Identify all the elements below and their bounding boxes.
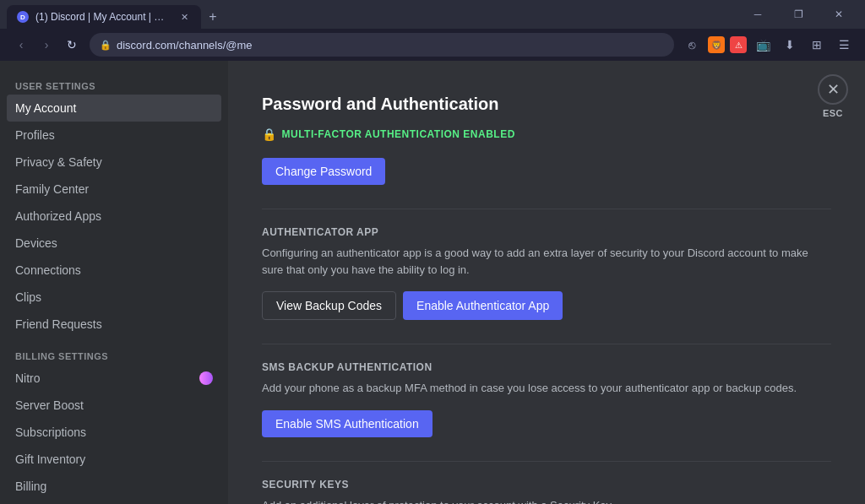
lock-icon: 🔒 xyxy=(100,40,112,51)
enable-sms-auth-button[interactable]: Enable SMS Authentication xyxy=(262,410,432,437)
sidebar-item-label: Devices xyxy=(15,236,57,250)
mfa-lock-icon: 🔒 xyxy=(262,127,277,141)
share-button[interactable]: ⎋ xyxy=(681,34,703,56)
cast-button[interactable]: 📺 xyxy=(752,34,774,56)
authenticator-app-description: Configuring an authenticator app is a go… xyxy=(262,245,831,278)
security-keys-description: Add an additional layer of protection to… xyxy=(262,497,831,505)
tab-favicon: D xyxy=(17,11,29,23)
app-layout: USER SETTINGS My Account Profiles Privac… xyxy=(0,61,865,504)
sms-backup-label: SMS BACKUP AUTHENTICATION xyxy=(262,361,831,373)
close-settings-button[interactable]: ✕ ESC xyxy=(818,74,848,118)
tab-title: (1) Discord | My Account | User S... xyxy=(35,11,171,23)
sidebar-item-server-boost[interactable]: Server Boost xyxy=(7,392,221,419)
close-circle-icon: ✕ xyxy=(818,74,848,105)
sidebar-item-devices[interactable]: Devices xyxy=(7,230,221,257)
browser-actions: ⎋ 🦁 ⚠ 📺 ⬇ ⊞ ☰ xyxy=(681,34,855,56)
security-keys-section: SECURITY KEYS Add an additional layer of… xyxy=(262,461,831,505)
sidebar-item-label: Connections xyxy=(15,263,81,277)
sidebar-item-label: Profiles xyxy=(15,128,55,142)
enable-authenticator-app-button[interactable]: Enable Authenticator App xyxy=(403,291,563,320)
browser-toolbar: ‹ › ↻ 🔒 discord.com/channels/@me ⎋ 🦁 ⚠ 📺… xyxy=(0,29,865,61)
close-label: ESC xyxy=(823,108,843,118)
sidebar-item-label: Clips xyxy=(15,290,41,304)
sidebar-item-authorized-apps[interactable]: Authorized Apps xyxy=(7,203,221,230)
nav-buttons: ‹ › ↻ xyxy=(10,34,83,56)
sms-backup-description: Add your phone as a backup MFA method in… xyxy=(262,380,831,397)
security-keys-label: SECURITY KEYS xyxy=(262,479,831,490)
sidebar-item-label: Gift Inventory xyxy=(15,453,85,466)
view-backup-codes-button[interactable]: View Backup Codes xyxy=(262,291,396,320)
download-button[interactable]: ⬇ xyxy=(779,34,801,56)
sidebar-item-my-account[interactable]: My Account xyxy=(7,95,221,122)
mfa-status-badge: 🔒 MULTI-FACTOR AUTHENTICATION ENABLED xyxy=(262,127,831,141)
nitro-badge xyxy=(199,371,213,385)
sidebar-item-label: Family Center xyxy=(15,182,89,196)
maximize-button[interactable]: ❐ xyxy=(779,0,818,29)
sidebar-item-label: Billing xyxy=(15,480,46,493)
sidebar-item-clips[interactable]: Clips xyxy=(7,284,221,311)
sms-backup-buttons: Enable SMS Authentication xyxy=(262,410,831,437)
alert-extension[interactable]: ⚠ xyxy=(730,36,747,53)
tab-close-button[interactable]: ✕ xyxy=(177,10,191,24)
mfa-status-text: MULTI-FACTOR AUTHENTICATION ENABLED xyxy=(282,128,515,140)
sidebar-item-label: Subscriptions xyxy=(15,425,86,439)
window-controls: ─ ❐ ✕ xyxy=(738,0,858,29)
url-text: discord.com/channels/@me xyxy=(117,39,253,51)
close-button[interactable]: ✕ xyxy=(819,0,858,29)
sidebar-item-label: My Account xyxy=(15,101,76,115)
brave-extension[interactable]: 🦁 xyxy=(708,36,725,53)
minimize-button[interactable]: ─ xyxy=(738,0,777,29)
browser-tabs: D (1) Discord | My Account | User S... ✕… xyxy=(0,0,865,29)
sms-backup-section: SMS BACKUP AUTHENTICATION Add your phone… xyxy=(262,344,831,437)
user-settings-section: USER SETTINGS My Account Profiles Privac… xyxy=(7,74,221,338)
active-tab[interactable]: D (1) Discord | My Account | User S... ✕ xyxy=(7,5,201,29)
sidebar-item-gift-inventory[interactable]: Gift Inventory xyxy=(7,446,221,473)
menu-button[interactable]: ☰ xyxy=(833,34,855,56)
page-title: Password and Authentication xyxy=(262,95,831,114)
reload-button[interactable]: ↻ xyxy=(61,34,83,56)
address-bar[interactable]: 🔒 discord.com/channels/@me xyxy=(90,33,674,57)
forward-button[interactable]: › xyxy=(35,34,57,56)
sidebar-item-label: Nitro xyxy=(15,371,41,385)
billing-settings-section: BILLING SETTINGS Nitro Server Boost Subs… xyxy=(7,344,221,500)
sidebar-item-connections[interactable]: Connections xyxy=(7,257,221,284)
sidebar: USER SETTINGS My Account Profiles Privac… xyxy=(0,61,228,504)
browser-chrome: D (1) Discord | My Account | User S... ✕… xyxy=(0,0,865,61)
main-content: ✕ ESC Password and Authentication 🔒 MULT… xyxy=(228,61,865,504)
back-button[interactable]: ‹ xyxy=(10,34,32,56)
sidebar-item-billing[interactable]: Billing xyxy=(7,473,221,500)
sidebar-item-subscriptions[interactable]: Subscriptions xyxy=(7,419,221,446)
sidebar-item-label: Friend Requests xyxy=(15,317,102,331)
extensions-button[interactable]: ⊞ xyxy=(806,34,828,56)
new-tab-button[interactable]: + xyxy=(201,5,225,29)
change-password-button[interactable]: Change Password xyxy=(262,158,385,185)
authenticator-app-section: AUTHENTICATOR APP Configuring an authent… xyxy=(262,209,831,320)
sidebar-item-family-center[interactable]: Family Center xyxy=(7,176,221,203)
billing-settings-header: BILLING SETTINGS xyxy=(7,344,221,365)
authenticator-app-buttons: View Backup Codes Enable Authenticator A… xyxy=(262,291,831,320)
user-settings-header: USER SETTINGS xyxy=(7,74,221,95)
sidebar-item-label: Authorized Apps xyxy=(15,209,101,223)
sidebar-item-label: Server Boost xyxy=(15,398,84,412)
sidebar-item-friend-requests[interactable]: Friend Requests xyxy=(7,311,221,338)
sidebar-item-profiles[interactable]: Profiles xyxy=(7,122,221,149)
authenticator-app-label: AUTHENTICATOR APP xyxy=(262,226,831,238)
sidebar-item-privacy-safety[interactable]: Privacy & Safety xyxy=(7,149,221,176)
sidebar-item-label: Privacy & Safety xyxy=(15,155,102,169)
sidebar-item-nitro[interactable]: Nitro xyxy=(7,365,221,392)
